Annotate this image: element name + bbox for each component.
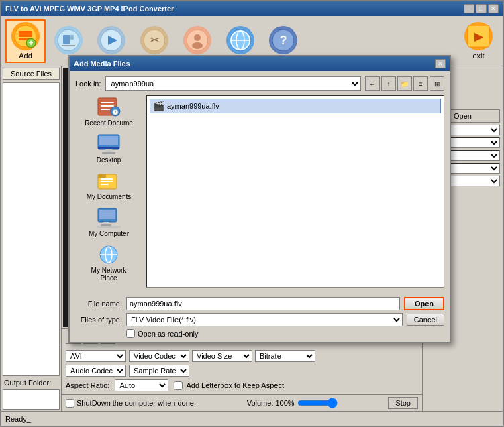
svg-rect-2 — [19, 34, 32, 37]
my-network-icon — [95, 243, 122, 267]
svg-rect-27 — [101, 102, 114, 103]
exit-button[interactable]: ▶ exit — [458, 19, 499, 63]
my-documents-icon — [95, 169, 122, 193]
remove-icon — [54, 26, 83, 54]
back-button[interactable]: ← — [365, 76, 380, 91]
dialog-body: Look in: ayman999ua ← ↑ 📁 ≡ ⊞ — [70, 71, 450, 293]
add-media-dialog: Add Media Files ✕ Look in: ayman999ua ← … — [68, 55, 451, 343]
stop-button[interactable]: Stop — [388, 397, 418, 409]
window-controls: ─ □ ✕ — [464, 4, 499, 13]
filename-row: File name: Open — [75, 297, 444, 310]
svg-rect-33 — [98, 147, 119, 149]
svg-rect-44 — [103, 222, 109, 224]
svg-rect-38 — [98, 174, 106, 178]
open-file-button[interactable]: Open — [404, 297, 444, 310]
desktop-nav[interactable]: Desktop — [82, 132, 136, 164]
filetype-row: Files of type: FLV Video File(*.flv) Can… — [75, 313, 444, 326]
dialog-footer: File name: Open Files of type: FLV Video… — [70, 293, 450, 342]
close-button[interactable]: ✕ — [488, 4, 499, 13]
maximize-button[interactable]: □ — [476, 4, 487, 13]
bitrate-select[interactable]: Bitrate — [255, 350, 315, 362]
desktop-label: Desktop — [97, 156, 121, 164]
svg-rect-39 — [101, 178, 113, 180]
video-size-select[interactable]: Video Size — [192, 350, 252, 362]
look-in-row: Look in: ayman999ua ← ↑ 📁 ≡ ⊞ — [75, 76, 444, 91]
format-select-1[interactable]: AVI — [66, 350, 126, 362]
svg-text:🕐: 🕐 — [112, 109, 119, 115]
look-in-toolbar: ← ↑ 📁 ≡ ⊞ — [365, 76, 444, 91]
cancel-button[interactable]: Cancel — [407, 314, 444, 326]
app-window: FLV to AVI MPEG WMV 3GP MP4 iPod Convert… — [0, 0, 504, 427]
svg-rect-40 — [101, 181, 113, 182]
file-item[interactable]: 🎬 ayman999ua.flv — [150, 99, 441, 113]
play-icon — [97, 26, 125, 54]
help-icon: ? — [269, 26, 297, 54]
svg-rect-7 — [63, 35, 70, 44]
settings-icon: ✂ — [140, 26, 168, 54]
filename-input[interactable] — [126, 297, 400, 310]
profile-icon — [183, 26, 211, 54]
readonly-checkbox[interactable] — [126, 329, 135, 338]
svg-rect-46 — [97, 226, 121, 228]
aspect-ratio-select[interactable]: Auto — [115, 379, 168, 391]
list-view-button[interactable]: ≡ — [413, 76, 428, 91]
dialog-title: Add Media Files — [74, 60, 130, 68]
my-network-label: My Network Place — [82, 267, 136, 282]
my-documents-label: My Documents — [87, 193, 132, 200]
svg-rect-29 — [101, 109, 110, 110]
shutdown-checkbox[interactable] — [66, 399, 74, 408]
readonly-row: Open as read-only — [75, 329, 444, 338]
look-in-select[interactable]: ayman999ua — [105, 76, 361, 91]
my-documents-nav[interactable]: My Documents — [82, 169, 136, 200]
add-button[interactable]: + Add — [5, 19, 46, 63]
letterbox-checkbox[interactable] — [174, 381, 183, 390]
my-computer-icon — [95, 206, 122, 230]
readonly-label: Open as read-only — [126, 329, 199, 338]
exit-label: exit — [472, 52, 484, 60]
svg-rect-35 — [102, 152, 115, 154]
volume-slider[interactable] — [297, 398, 338, 408]
svg-rect-41 — [101, 184, 109, 185]
svg-rect-36 — [99, 136, 118, 145]
recent-documents-nav[interactable]: 🕐 Recent Docume — [82, 95, 136, 127]
svg-point-14 — [194, 34, 201, 41]
source-files-label: Source Files — [3, 68, 60, 80]
file-name: ayman999ua.flv — [167, 102, 219, 110]
audio-codec-select[interactable]: Audio Codec — [66, 365, 126, 377]
sample-rate-select[interactable]: Sample Rate — [129, 365, 189, 377]
up-folder-button[interactable]: ↑ — [381, 76, 396, 91]
svg-rect-28 — [101, 105, 114, 107]
my-computer-nav[interactable]: My Computer — [82, 206, 136, 237]
my-network-nav[interactable]: My Network Place — [82, 243, 136, 282]
settings-bar: AVI Video Codec Video Size Bitrate Audio… — [62, 347, 422, 394]
svg-rect-43 — [99, 210, 115, 219]
dialog-close-button[interactable]: ✕ — [435, 59, 446, 68]
settings-row-1: AVI Video Codec Video Size Bitrate — [66, 350, 418, 362]
filetype-select[interactable]: FLV Video File(*.flv) — [126, 313, 403, 326]
svg-rect-3 — [19, 31, 32, 34]
aspect-ratio-label: Aspect Ratio: — [66, 381, 109, 389]
minimize-button[interactable]: ─ — [464, 4, 474, 13]
title-bar: FLV to AVI MPEG WMV 3GP MP4 iPod Convert… — [1, 1, 503, 16]
svg-text:?: ? — [280, 34, 287, 47]
left-panel: Source Files Output Folder: — [1, 66, 62, 411]
bottom-bar: ShutDown the computer when done. Volume:… — [62, 394, 422, 411]
filename-label: File name: — [75, 300, 122, 308]
letterbox-label: Add Letterbox to Keep Aspect — [174, 381, 284, 390]
status-text: Ready_ — [5, 415, 31, 423]
desktop-icon — [95, 132, 122, 156]
dialog-main-area: 🕐 Recent Docume — [75, 95, 444, 288]
exit-icon: ▶ — [464, 22, 493, 50]
recent-documents-label: Recent Docume — [85, 119, 133, 127]
video-codec-select[interactable]: Video Codec — [129, 350, 189, 362]
details-view-button[interactable]: ⊞ — [430, 76, 444, 91]
settings-row-2: Audio Codec Sample Rate — [66, 365, 418, 377]
file-icon: 🎬 — [153, 101, 164, 111]
add-label: Add — [19, 52, 32, 60]
recent-documents-icon: 🕐 — [95, 95, 122, 119]
svg-text:✂: ✂ — [150, 34, 159, 46]
my-computer-label: My Computer — [89, 230, 129, 237]
svg-text:+: + — [28, 38, 33, 48]
output-folder-label: Output Folder: — [1, 377, 61, 388]
new-folder-button[interactable]: 📁 — [397, 76, 412, 91]
